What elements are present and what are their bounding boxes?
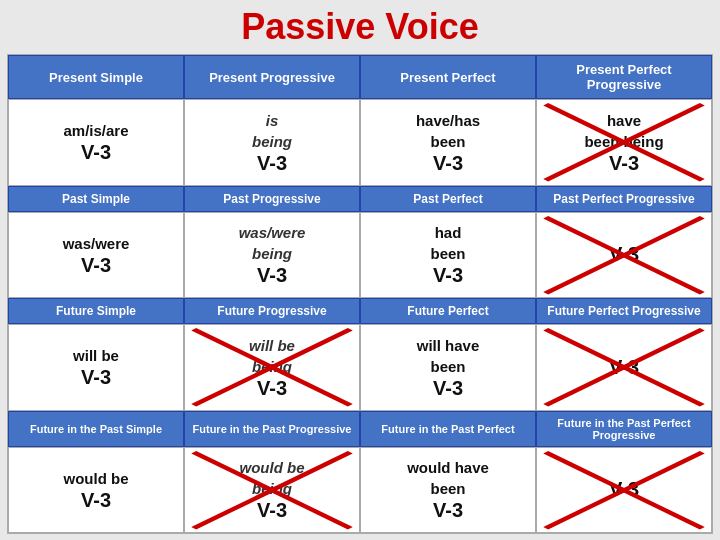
label-1-2: Past Perfect — [360, 186, 536, 212]
cell-3-3: V-3 — [536, 447, 712, 534]
formula-0-3-line2: been being — [584, 131, 663, 152]
formula-3-1-line1: would be — [240, 457, 305, 478]
cell-2-1: will be being V-3 — [184, 324, 360, 411]
formula-2-1-line2: being — [252, 356, 292, 377]
main-grid: Present Simple Present Progressive Prese… — [7, 54, 713, 534]
formula-2-1-line1: will be — [249, 335, 295, 356]
page: Passive Voice Present Simple Present Pro… — [0, 0, 720, 540]
cell-0-1: is being V-3 — [184, 99, 360, 186]
label-3-3: Future in the Past Perfect Progressive — [536, 411, 712, 447]
cell-3-0: would be V-3 — [8, 447, 184, 534]
formula-2-0-v3: V-3 — [81, 366, 111, 389]
header-col-3: Present Perfect — [360, 55, 536, 99]
formula-0-1-line2: being — [252, 131, 292, 152]
formula-3-1-line2: being — [252, 478, 292, 499]
cell-3-2: would have been V-3 — [360, 447, 536, 534]
formula-1-2-line2: been — [430, 243, 465, 264]
formula-0-3-line1: have — [607, 110, 641, 131]
formula-0-2-line2: been — [430, 131, 465, 152]
formula-3-2-line1: would have — [407, 457, 489, 478]
formula-3-2-line2: been — [430, 478, 465, 499]
label-1-3: Past Perfect Progressive — [536, 186, 712, 212]
formula-2-2-line2: been — [430, 356, 465, 377]
formula-3-1-v3: V-3 — [257, 499, 287, 522]
formula-1-0-line1: was/were — [63, 233, 130, 254]
formula-0-0-v3: V-3 — [81, 141, 111, 164]
formula-1-1-v3: V-3 — [257, 264, 287, 287]
cell-1-3: V-3 — [536, 212, 712, 299]
formula-1-1-line1: was/were — [239, 222, 306, 243]
label-3-1: Future in the Past Progressive — [184, 411, 360, 447]
formula-1-3-v3: V-3 — [609, 243, 639, 266]
formula-2-2-line1: will have — [417, 335, 480, 356]
formula-1-1-line2: being — [252, 243, 292, 264]
cell-2-3: V-3 — [536, 324, 712, 411]
formula-0-1-v3: V-3 — [257, 152, 287, 175]
formula-0-2-v3: V-3 — [433, 152, 463, 175]
label-1-0: Past Simple — [8, 186, 184, 212]
cell-0-0: am/is/are V-3 — [8, 99, 184, 186]
label-2-1: Future Progressive — [184, 298, 360, 324]
cell-2-0: will be V-3 — [8, 324, 184, 411]
label-2-0: Future Simple — [8, 298, 184, 324]
cell-3-1: would be being V-3 — [184, 447, 360, 534]
header-col-2: Present Progressive — [184, 55, 360, 99]
cell-2-2: will have been V-3 — [360, 324, 536, 411]
cell-1-1: was/were being V-3 — [184, 212, 360, 299]
label-2-2: Future Perfect — [360, 298, 536, 324]
formula-0-2-line1: have/has — [416, 110, 480, 131]
formula-3-0-line1: would be — [64, 468, 129, 489]
formula-0-0-line1: am/is/are — [63, 120, 128, 141]
formula-2-3-v3: V-3 — [609, 356, 639, 379]
cell-1-0: was/were V-3 — [8, 212, 184, 299]
label-2-3: Future Perfect Progressive — [536, 298, 712, 324]
formula-1-0-v3: V-3 — [81, 254, 111, 277]
formula-3-3-v3: V-3 — [609, 478, 639, 501]
page-title: Passive Voice — [241, 6, 479, 48]
cell-0-3: have been being V-3 — [536, 99, 712, 186]
formula-0-1-line1: is — [266, 110, 279, 131]
formula-3-2-v3: V-3 — [433, 499, 463, 522]
header-col-1: Present Simple — [8, 55, 184, 99]
label-3-2: Future in the Past Perfect — [360, 411, 536, 447]
formula-1-2-line1: had — [435, 222, 462, 243]
formula-1-2-v3: V-3 — [433, 264, 463, 287]
formula-3-0-v3: V-3 — [81, 489, 111, 512]
header-col-4: Present Perfect Progressive — [536, 55, 712, 99]
cell-0-2: have/has been V-3 — [360, 99, 536, 186]
formula-0-3-v3: V-3 — [609, 152, 639, 175]
cell-1-2: had been V-3 — [360, 212, 536, 299]
label-1-1: Past Progressive — [184, 186, 360, 212]
label-3-0: Future in the Past Simple — [8, 411, 184, 447]
formula-2-0-line1: will be — [73, 345, 119, 366]
formula-2-2-v3: V-3 — [433, 377, 463, 400]
formula-2-1-v3: V-3 — [257, 377, 287, 400]
